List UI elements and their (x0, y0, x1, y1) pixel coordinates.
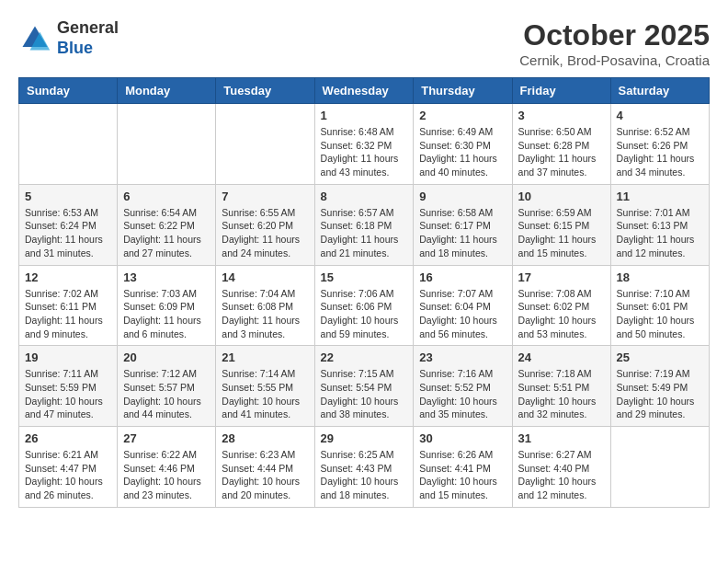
day-info: Sunrise: 7:07 AM Sunset: 6:04 PM Dayligh… (419, 287, 506, 341)
day-number: 1 (321, 109, 408, 122)
day-number: 5 (25, 190, 111, 203)
calendar-cell: 28Sunrise: 6:23 AM Sunset: 4:44 PM Dayli… (216, 427, 314, 508)
calendar-cell: 13Sunrise: 7:03 AM Sunset: 6:09 PM Dayli… (118, 265, 216, 346)
day-info: Sunrise: 7:02 AM Sunset: 6:11 PM Dayligh… (25, 287, 111, 341)
page-header: General Blue October 2025 Cernik, Brod-P… (18, 18, 710, 68)
day-info: Sunrise: 6:52 AM Sunset: 6:26 PM Dayligh… (617, 125, 703, 179)
calendar-cell: 22Sunrise: 7:15 AM Sunset: 5:54 PM Dayli… (314, 346, 414, 427)
day-info: Sunrise: 7:03 AM Sunset: 6:09 PM Dayligh… (123, 287, 210, 341)
calendar-cell: 20Sunrise: 7:12 AM Sunset: 5:57 PM Dayli… (118, 346, 216, 427)
calendar-cell: 1Sunrise: 6:48 AM Sunset: 6:32 PM Daylig… (314, 104, 414, 185)
day-number: 8 (321, 190, 408, 203)
day-number: 25 (617, 350, 703, 364)
calendar-cell: 14Sunrise: 7:04 AM Sunset: 6:08 PM Dayli… (216, 265, 314, 346)
day-number: 17 (518, 270, 605, 284)
calendar-week-row: 26Sunrise: 6:21 AM Sunset: 4:47 PM Dayli… (19, 427, 710, 508)
calendar-cell: 9Sunrise: 6:58 AM Sunset: 6:17 PM Daylig… (414, 184, 512, 265)
title-block: October 2025 Cernik, Brod-Posavina, Croa… (519, 18, 710, 68)
calendar-cell: 11Sunrise: 7:01 AM Sunset: 6:13 PM Dayli… (610, 184, 709, 265)
day-number: 31 (518, 431, 605, 445)
calendar-cell: 31Sunrise: 6:27 AM Sunset: 4:40 PM Dayli… (512, 427, 610, 508)
day-number: 29 (321, 431, 408, 445)
day-number: 21 (222, 350, 308, 364)
day-number: 9 (419, 190, 506, 203)
day-info: Sunrise: 6:55 AM Sunset: 6:20 PM Dayligh… (222, 206, 308, 260)
month-title: October 2025 (519, 18, 710, 52)
day-number: 27 (123, 431, 210, 445)
calendar-cell: 19Sunrise: 7:11 AM Sunset: 5:59 PM Dayli… (19, 346, 118, 427)
day-info: Sunrise: 7:10 AM Sunset: 6:01 PM Dayligh… (617, 287, 703, 341)
calendar-cell: 5Sunrise: 6:53 AM Sunset: 6:24 PM Daylig… (19, 184, 118, 265)
day-number: 7 (222, 190, 308, 203)
calendar-week-row: 1Sunrise: 6:48 AM Sunset: 6:32 PM Daylig… (19, 104, 710, 185)
day-info: Sunrise: 6:49 AM Sunset: 6:30 PM Dayligh… (419, 125, 506, 179)
calendar-cell: 27Sunrise: 6:22 AM Sunset: 4:46 PM Dayli… (118, 427, 216, 508)
day-info: Sunrise: 7:19 AM Sunset: 5:49 PM Dayligh… (617, 367, 703, 421)
day-number: 6 (123, 190, 210, 203)
calendar-cell: 17Sunrise: 7:08 AM Sunset: 6:02 PM Dayli… (512, 265, 610, 346)
calendar-cell: 7Sunrise: 6:55 AM Sunset: 6:20 PM Daylig… (216, 184, 314, 265)
day-info: Sunrise: 6:22 AM Sunset: 4:46 PM Dayligh… (123, 448, 210, 502)
day-info: Sunrise: 7:14 AM Sunset: 5:55 PM Dayligh… (222, 367, 308, 421)
day-number: 20 (123, 350, 210, 364)
calendar-cell: 3Sunrise: 6:50 AM Sunset: 6:28 PM Daylig… (512, 104, 610, 185)
day-number: 3 (518, 109, 605, 122)
calendar-header-thursday: Thursday (414, 78, 512, 104)
calendar-header-saturday: Saturday (610, 78, 709, 104)
calendar-week-row: 5Sunrise: 6:53 AM Sunset: 6:24 PM Daylig… (19, 184, 710, 265)
day-info: Sunrise: 6:57 AM Sunset: 6:18 PM Dayligh… (321, 206, 408, 260)
calendar-cell: 24Sunrise: 7:18 AM Sunset: 5:51 PM Dayli… (512, 346, 610, 427)
calendar-cell (19, 104, 118, 185)
calendar-cell: 6Sunrise: 6:54 AM Sunset: 6:22 PM Daylig… (118, 184, 216, 265)
day-info: Sunrise: 6:50 AM Sunset: 6:28 PM Dayligh… (518, 125, 605, 179)
day-info: Sunrise: 6:25 AM Sunset: 4:43 PM Dayligh… (321, 448, 408, 502)
day-number: 14 (222, 270, 308, 284)
calendar: SundayMondayTuesdayWednesdayThursdayFrid… (18, 77, 710, 508)
calendar-cell: 12Sunrise: 7:02 AM Sunset: 6:11 PM Dayli… (19, 265, 118, 346)
calendar-cell (216, 104, 314, 185)
calendar-cell: 10Sunrise: 6:59 AM Sunset: 6:15 PM Dayli… (512, 184, 610, 265)
day-info: Sunrise: 7:11 AM Sunset: 5:59 PM Dayligh… (25, 367, 111, 421)
day-info: Sunrise: 6:58 AM Sunset: 6:17 PM Dayligh… (419, 206, 506, 260)
day-info: Sunrise: 6:27 AM Sunset: 4:40 PM Dayligh… (518, 448, 605, 502)
logo-line1: General (57, 18, 119, 39)
calendar-header-row: SundayMondayTuesdayWednesdayThursdayFrid… (19, 78, 710, 104)
day-number: 16 (419, 270, 506, 284)
day-info: Sunrise: 7:18 AM Sunset: 5:51 PM Dayligh… (518, 367, 605, 421)
day-info: Sunrise: 6:53 AM Sunset: 6:24 PM Dayligh… (25, 206, 111, 260)
day-number: 23 (419, 350, 506, 364)
day-number: 30 (419, 431, 506, 445)
day-number: 18 (617, 270, 703, 284)
calendar-cell: 2Sunrise: 6:49 AM Sunset: 6:30 PM Daylig… (414, 104, 512, 185)
logo-line2: Blue (57, 39, 119, 59)
calendar-cell: 25Sunrise: 7:19 AM Sunset: 5:49 PM Dayli… (610, 346, 709, 427)
day-number: 22 (321, 350, 408, 364)
day-number: 11 (617, 190, 703, 203)
day-number: 13 (123, 270, 210, 284)
calendar-header-tuesday: Tuesday (216, 78, 314, 104)
logo: General Blue (18, 18, 119, 58)
logo-icon (18, 22, 51, 55)
day-number: 2 (419, 109, 506, 122)
day-info: Sunrise: 7:01 AM Sunset: 6:13 PM Dayligh… (617, 206, 703, 260)
calendar-week-row: 19Sunrise: 7:11 AM Sunset: 5:59 PM Dayli… (19, 346, 710, 427)
day-number: 12 (25, 270, 111, 284)
day-number: 19 (25, 350, 111, 364)
day-number: 24 (518, 350, 605, 364)
day-info: Sunrise: 7:04 AM Sunset: 6:08 PM Dayligh… (222, 287, 308, 341)
day-info: Sunrise: 6:23 AM Sunset: 4:44 PM Dayligh… (222, 448, 308, 502)
day-number: 15 (321, 270, 408, 284)
day-info: Sunrise: 6:26 AM Sunset: 4:41 PM Dayligh… (419, 448, 506, 502)
day-info: Sunrise: 7:08 AM Sunset: 6:02 PM Dayligh… (518, 287, 605, 341)
calendar-cell: 16Sunrise: 7:07 AM Sunset: 6:04 PM Dayli… (414, 265, 512, 346)
location-title: Cernik, Brod-Posavina, Croatia (519, 52, 710, 68)
day-info: Sunrise: 7:16 AM Sunset: 5:52 PM Dayligh… (419, 367, 506, 421)
day-number: 4 (617, 109, 703, 122)
calendar-header-wednesday: Wednesday (314, 78, 414, 104)
calendar-cell: 21Sunrise: 7:14 AM Sunset: 5:55 PM Dayli… (216, 346, 314, 427)
day-info: Sunrise: 7:12 AM Sunset: 5:57 PM Dayligh… (123, 367, 210, 421)
day-number: 10 (518, 190, 605, 203)
day-info: Sunrise: 7:15 AM Sunset: 5:54 PM Dayligh… (321, 367, 408, 421)
day-info: Sunrise: 6:21 AM Sunset: 4:47 PM Dayligh… (25, 448, 111, 502)
calendar-cell: 23Sunrise: 7:16 AM Sunset: 5:52 PM Dayli… (414, 346, 512, 427)
